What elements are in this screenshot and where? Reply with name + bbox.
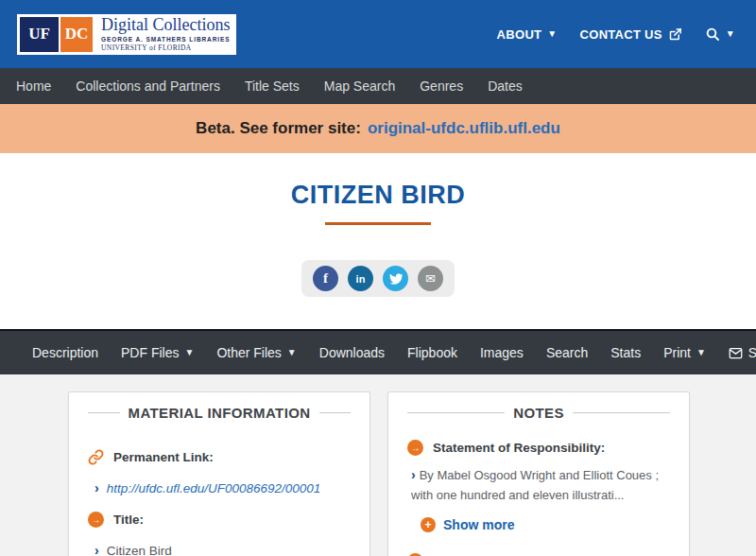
show-more-button[interactable]: + Show more [407,517,670,532]
tab-description-label: Description [32,345,98,360]
tab-downloads-label: Downloads [319,345,385,360]
nav-item-home[interactable]: Home [4,78,63,94]
statement-value: ›By Mabel Osgood Wright and Elliott Coue… [407,465,670,506]
contact-us-link[interactable]: CONTACT US [580,27,682,42]
statement-text: By Mabel Osgood Wright and Elliott Coues… [411,468,659,502]
title-underline [325,222,431,225]
page-title: CITIZEN BIRD [291,181,466,210]
item-header-section: CITIZEN BIRD f in ✉ [0,153,756,329]
permanent-link-url[interactable]: http://ufdc.ufl.edu/UF00086692/00001 [107,481,321,495]
tab-other-files[interactable]: Other Files ▼ [205,345,307,360]
permanent-link-row: Permanent Link: [88,449,351,465]
send-label: Send [748,345,756,360]
nav-item-genres[interactable]: Genres [407,78,475,94]
former-site-link[interactable]: original-ufdc.uflib.ufl.edu [368,119,560,138]
nav-item-title-sets[interactable]: Title Sets [232,78,312,94]
linkedin-share-button[interactable]: in [348,266,373,291]
site-subtitle-university: UNIVERSITY of FLORIDA [101,43,231,52]
linkedin-icon: in [356,273,366,285]
tab-downloads[interactable]: Downloads [308,345,396,360]
site-subtitle-libraries: GEORGE A. SMATHERS LIBRARIES [101,36,231,43]
chevron-right-icon: › [411,467,416,482]
logo-text: Digital Collections GEORGE A. SMATHERS L… [101,17,231,52]
facebook-icon: f [323,270,328,287]
contact-label: CONTACT US [580,27,662,42]
tab-flipbook-label: Flipbook [407,345,457,360]
email-icon: ✉ [425,271,436,286]
material-information-header: MATERIAL INFORMATION [88,405,351,421]
print-menu[interactable]: Print ▼ [652,345,717,360]
tab-other-files-label: Other Files [216,345,281,360]
send-button[interactable]: Send [717,345,756,360]
ufdc-logo[interactable]: UF DC Digital Collections GEORGE A. SMAT… [17,14,236,55]
social-share-strip: f in ✉ [301,260,455,297]
chevron-down-icon: ▼ [547,29,557,39]
chevron-down-icon: ▼ [696,348,706,357]
show-more-label: Show more [443,517,514,532]
beta-banner: Beta. See former site: original-ufdc.ufl… [0,104,756,153]
chevron-right-icon: › [94,544,99,556]
tab-pdf-files[interactable]: PDF Files ▼ [110,345,205,360]
nav-item-collections-partners[interactable]: Collections and Partners [63,78,232,94]
tab-search[interactable]: Search [535,345,599,360]
facebook-share-button[interactable]: f [313,266,338,291]
tab-description[interactable]: Description [21,345,110,360]
header-right-nav: ABOUT ▼ CONTACT US ▼ [497,26,735,42]
plus-circle-icon: + [421,517,436,532]
statement-label: Statement of Responsibility: [433,441,605,455]
twitter-share-button[interactable] [383,266,408,291]
title-value: Citizen Bird [107,544,172,556]
chevron-right-icon: › [94,481,99,495]
chevron-down-icon: ▼ [184,348,194,357]
material-information-panel: MATERIAL INFORMATION Permanent Link: › h… [68,391,370,556]
search-menu[interactable]: ▼ [705,26,735,42]
beta-banner-text: Beta. See former site: [196,119,361,138]
tab-search-label: Search [546,345,588,360]
material-information-title: MATERIAL INFORMATION [129,405,311,421]
email-share-button[interactable]: ✉ [418,266,443,291]
notes-panel: NOTES → Statement of Responsibility: ›By… [387,391,690,556]
dc-logo-block: DC [60,17,93,52]
chain-link-icon [88,449,104,465]
nav-item-map-search[interactable]: Map Search [312,78,407,94]
envelope-icon [729,346,743,360]
title-label: Title: [113,513,144,527]
permanent-link-value-row: › http://ufdc.ufl.edu/UF00086692/00001 [88,481,351,495]
permanent-link-label: Permanent Link: [113,450,214,464]
tab-images[interactable]: Images [469,345,535,360]
about-label: ABOUT [497,27,542,42]
site-title: Digital Collections [101,16,231,34]
arrow-right-circle-icon: → [88,512,104,528]
tab-images-label: Images [480,345,524,360]
about-menu[interactable]: ABOUT ▼ [497,27,558,42]
tab-flipbook[interactable]: Flipbook [396,345,469,360]
item-toolbar: Description PDF Files ▼ Other Files ▼ Do… [0,329,756,374]
title-value-row: › Citizen Bird [88,544,351,556]
arrow-right-circle-icon: → [407,440,423,456]
chevron-down-icon: ▼ [726,29,735,39]
twitter-icon [389,272,403,286]
statement-row: → Statement of Responsibility: [407,440,670,456]
nav-item-dates[interactable]: Dates [475,78,535,94]
notes-header: NOTES [407,405,670,421]
search-icon [705,26,720,42]
notes-title: NOTES [513,405,564,421]
tab-pdf-files-label: PDF Files [121,345,179,360]
chevron-down-icon: ▼ [287,348,297,357]
stats-label: Stats [610,345,641,360]
uf-logo-block: UF [20,17,59,52]
item-metadata-section: MATERIAL INFORMATION Permanent Link: › h… [0,374,756,556]
print-label: Print [663,345,691,360]
primary-navbar: Home Collections and Partners Title Sets… [0,68,756,104]
external-link-icon [668,27,682,42]
stats-button[interactable]: Stats [599,345,652,360]
site-header: UF DC Digital Collections GEORGE A. SMAT… [0,0,756,68]
toolbar-right-group: Stats Print ▼ Send [599,345,756,360]
title-row: → Title: [88,512,351,528]
